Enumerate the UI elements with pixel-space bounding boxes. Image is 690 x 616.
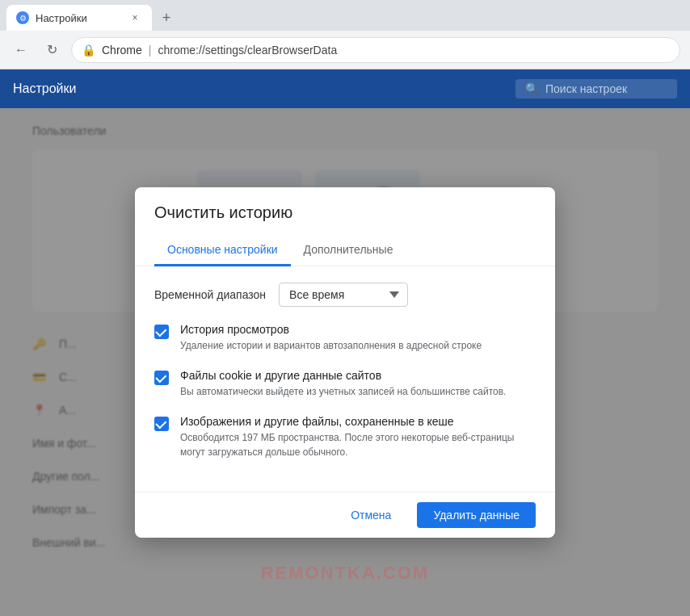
checkbox-cache-title: Изображения и другие файлы, сохраненные … (180, 415, 536, 428)
time-range-row: Временной диапазон Все время (154, 283, 536, 307)
search-icon: 🔍 (525, 82, 539, 95)
search-placeholder: Поиск настроек (545, 82, 627, 95)
tab-favicon: ⚙ (16, 11, 29, 24)
tab-title: Настройки (36, 12, 121, 24)
omnibox-url: chrome://settings/clearBrowserData (158, 44, 337, 57)
time-range-select[interactable]: Все время (279, 283, 408, 307)
checkbox-cookies-text: Файлы cookie и другие данные сайтов Вы а… (180, 369, 536, 399)
dialog-body: Временной диапазон Все время История про… (135, 266, 555, 492)
checkbox-history-desc: Удаление истории и вариантов автозаполне… (180, 338, 536, 353)
omnibox-chrome-label: Chrome (102, 44, 142, 57)
dialog-title: Очистить историю (154, 203, 536, 222)
lock-icon: 🔒 (82, 44, 95, 57)
browser-frame: ⚙ Настройки × + ← ↻ 🔒 Chrome | chrome://… (0, 0, 690, 616)
checkbox-cookies[interactable] (154, 371, 169, 385)
omnibox[interactable]: 🔒 Chrome | chrome://settings/clearBrowse… (71, 37, 680, 63)
dialog-overlay: Очистить историю Основные настройки Допо… (0, 108, 690, 616)
clear-history-dialog: Очистить историю Основные настройки Допо… (135, 187, 555, 538)
settings-content: Пользователи Интелл... Синхрони... (0, 108, 690, 616)
checkbox-history-title: История просмотров (180, 323, 536, 336)
active-tab[interactable]: ⚙ Настройки × (6, 5, 152, 31)
settings-header-title: Настройки (13, 82, 76, 96)
tab-basic[interactable]: Основные настройки (154, 235, 291, 266)
settings-header: Настройки 🔍 Поиск настроек (0, 69, 690, 108)
address-bar: ← ↻ 🔒 Chrome | chrome://settings/clearBr… (0, 31, 690, 69)
tab-close-button[interactable]: × (128, 10, 142, 25)
checkbox-history[interactable] (154, 325, 169, 339)
checkbox-cache-text: Изображения и другие файлы, сохраненные … (180, 415, 536, 459)
dialog-tabs: Основные настройки Дополнительные (135, 235, 555, 266)
cancel-button[interactable]: Отмена (334, 502, 407, 528)
dialog-footer: Отмена Удалить данные (135, 492, 555, 538)
checkbox-item-history: История просмотров Удаление истории и ва… (154, 323, 536, 353)
refresh-button[interactable]: ↻ (40, 39, 63, 61)
checkbox-history-text: История просмотров Удаление истории и ва… (180, 323, 536, 353)
checkbox-item-cache: Изображения и другие файлы, сохраненные … (154, 415, 536, 459)
dialog-header: Очистить историю Основные настройки Допо… (135, 187, 555, 266)
checkbox-cookies-desc: Вы автоматически выйдете из учетных запи… (180, 384, 536, 399)
delete-button[interactable]: Удалить данные (417, 502, 536, 528)
new-tab-button[interactable]: + (155, 6, 178, 29)
back-button[interactable]: ← (10, 39, 32, 61)
omnibox-separator: | (149, 44, 152, 57)
tab-advanced[interactable]: Дополнительные (291, 235, 406, 266)
tab-bar: ⚙ Настройки × + (0, 0, 690, 31)
checkbox-item-cookies: Файлы cookie и другие данные сайтов Вы а… (154, 369, 536, 399)
checkbox-cache[interactable] (154, 417, 169, 431)
settings-search-box[interactable]: 🔍 Поиск настроек (515, 79, 677, 98)
time-range-label: Временной диапазон (154, 288, 266, 301)
checkbox-cookies-title: Файлы cookie и другие данные сайтов (180, 369, 536, 382)
checkbox-cache-desc: Освободится 197 МБ пространства. После э… (180, 430, 536, 459)
